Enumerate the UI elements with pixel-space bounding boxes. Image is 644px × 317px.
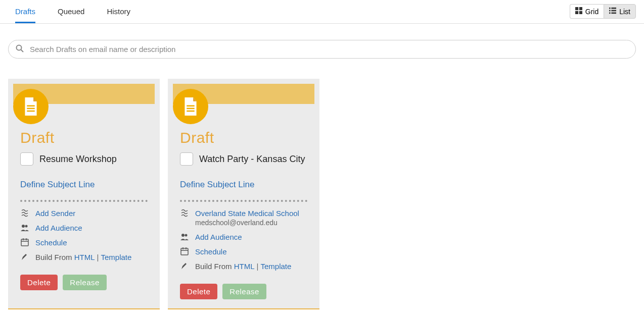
- svg-rect-26: [181, 248, 188, 255]
- svg-line-11: [21, 50, 24, 52]
- grid-view-label: Grid: [585, 8, 599, 16]
- add-sender-link[interactable]: Add Sender: [35, 209, 75, 218]
- svg-rect-17: [21, 239, 28, 246]
- top-bar: Drafts Queued History Grid List: [0, 0, 644, 24]
- view-toggle: Grid List: [570, 0, 636, 19]
- svg-point-24: [181, 234, 185, 237]
- schedule-icon: [20, 238, 29, 246]
- card-title: Resume Workshop: [39, 154, 117, 165]
- delete-button[interactable]: Delete: [20, 275, 58, 290]
- list-view-button[interactable]: List: [604, 4, 636, 19]
- delete-button[interactable]: Delete: [180, 284, 217, 299]
- release-button[interactable]: Release: [222, 284, 266, 299]
- svg-point-25: [185, 234, 188, 237]
- svg-rect-23: [187, 111, 194, 112]
- select-checkbox[interactable]: [20, 152, 33, 166]
- draft-card: Draft Watch Party - Kansas City Define S…: [168, 79, 319, 309]
- sender-name-link[interactable]: Overland State Medical School: [195, 209, 299, 218]
- svg-rect-12: [27, 105, 34, 107]
- tabs: Drafts Queued History: [8, 0, 130, 23]
- card-title: Watch Party - Kansas City: [199, 154, 305, 165]
- grid-icon: [575, 7, 582, 16]
- build-html-link[interactable]: HTML: [234, 262, 255, 271]
- schedule-icon: [180, 247, 189, 255]
- svg-rect-4: [609, 8, 611, 9]
- define-subject-link[interactable]: Define Subject Line: [20, 180, 148, 190]
- svg-rect-1: [579, 7, 582, 10]
- document-icon: [13, 89, 49, 124]
- svg-rect-3: [579, 11, 582, 14]
- build-template-link[interactable]: Template: [260, 262, 291, 271]
- cards-grid: Draft Resume Workshop Define Subject Lin…: [0, 67, 644, 317]
- tab-history[interactable]: History: [107, 0, 130, 23]
- svg-rect-22: [187, 108, 194, 110]
- svg-rect-2: [575, 11, 578, 14]
- sender-icon: [20, 209, 29, 217]
- select-checkbox[interactable]: [180, 152, 193, 166]
- tab-drafts[interactable]: Drafts: [15, 0, 35, 23]
- grid-view-button[interactable]: Grid: [570, 4, 604, 19]
- pipe-separator: |: [257, 262, 259, 271]
- search-bar[interactable]: [8, 40, 636, 59]
- document-icon: [173, 89, 208, 124]
- add-audience-link[interactable]: Add Audience: [195, 233, 242, 241]
- status-label: Draft: [180, 129, 307, 146]
- build-from-label: Build From: [35, 253, 72, 261]
- svg-rect-0: [575, 7, 578, 10]
- svg-rect-13: [27, 108, 34, 110]
- audience-icon: [20, 224, 29, 232]
- svg-point-10: [17, 45, 22, 50]
- svg-rect-5: [612, 8, 617, 9]
- pipe-separator: |: [97, 253, 99, 261]
- svg-rect-9: [612, 13, 617, 14]
- build-icon: [180, 262, 189, 270]
- build-icon: [20, 253, 29, 261]
- release-button[interactable]: Release: [63, 275, 107, 290]
- svg-rect-7: [612, 10, 617, 12]
- svg-rect-14: [27, 111, 34, 112]
- search-icon: [16, 44, 24, 54]
- status-label: Draft: [20, 129, 148, 146]
- svg-point-15: [22, 225, 25, 228]
- divider: [180, 200, 307, 202]
- define-subject-link[interactable]: Define Subject Line: [180, 180, 307, 190]
- sender-icon: [180, 209, 189, 217]
- sender-email: medschool@overland.edu: [195, 219, 299, 227]
- build-from-label: Build From: [195, 262, 232, 271]
- list-view-label: List: [619, 8, 630, 16]
- svg-rect-8: [609, 13, 611, 14]
- add-audience-link[interactable]: Add Audience: [35, 224, 82, 232]
- divider: [20, 200, 148, 202]
- svg-rect-6: [609, 10, 611, 12]
- build-template-link[interactable]: Template: [101, 253, 131, 261]
- search-input[interactable]: [29, 44, 628, 54]
- list-icon: [609, 7, 616, 16]
- audience-icon: [180, 233, 189, 241]
- svg-point-16: [25, 225, 28, 228]
- tab-queued[interactable]: Queued: [58, 0, 84, 23]
- build-html-link[interactable]: HTML: [74, 253, 95, 261]
- schedule-link[interactable]: Schedule: [195, 247, 227, 256]
- svg-rect-21: [187, 105, 194, 107]
- draft-card: Draft Resume Workshop Define Subject Lin…: [8, 79, 160, 309]
- schedule-link[interactable]: Schedule: [35, 238, 67, 247]
